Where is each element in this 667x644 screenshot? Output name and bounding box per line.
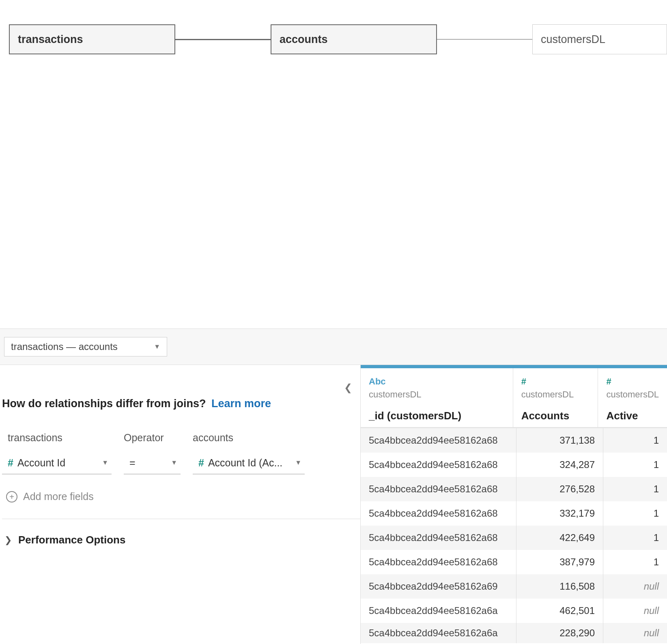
- cell-accounts: 371,138: [516, 428, 603, 453]
- data-model-canvas: transactions accounts customersDL: [0, 0, 667, 328]
- number-type-icon: #: [8, 457, 13, 469]
- learn-more-link[interactable]: Learn more: [211, 397, 271, 410]
- relationships-help-text: How do relationships differ from joins? …: [2, 397, 360, 410]
- table-row[interactable]: 5ca4bbcea2dd94ee58162a6a228,290null: [361, 623, 667, 643]
- add-more-fields-label: Add more fields: [23, 491, 94, 502]
- mapping-header-right: accounts: [193, 432, 310, 444]
- column-name: _id (customersDL): [369, 410, 505, 422]
- text-type-icon: Abc: [369, 376, 505, 387]
- table-pill-customersdl[interactable]: customersDL: [532, 24, 667, 54]
- cell-active: null: [603, 574, 667, 599]
- number-type-icon: #: [606, 376, 659, 387]
- column-source: customersDL: [521, 389, 590, 400]
- table-row[interactable]: 5ca4bbcea2dd94ee58162a6a462,501null: [361, 599, 667, 623]
- operator-dropdown[interactable]: = ▼: [124, 452, 181, 474]
- number-type-icon: #: [198, 457, 204, 469]
- data-preview-panel: Abc customersDL _id (customersDL) # cust…: [360, 365, 667, 644]
- relationship-bar: transactions — accounts ▼: [0, 328, 667, 365]
- column-header-active[interactable]: # customersDL Active: [598, 368, 667, 428]
- table-row[interactable]: 5ca4bbcea2dd94ee58162a68371,1381: [361, 428, 667, 453]
- performance-options-toggle[interactable]: ❯ Performance Options: [2, 534, 360, 546]
- column-name: Active: [606, 410, 659, 422]
- cell-active: 1: [603, 501, 667, 526]
- cell-accounts: 324,287: [516, 453, 603, 477]
- cell-id: 5ca4bbcea2dd94ee58162a6a: [361, 599, 516, 623]
- preview-rows: 5ca4bbcea2dd94ee58162a68371,13815ca4bbce…: [361, 428, 667, 643]
- relationship-selector-dropdown[interactable]: transactions — accounts ▼: [4, 337, 167, 356]
- cell-id: 5ca4bbcea2dd94ee58162a68: [361, 526, 516, 550]
- plus-circle-icon: +: [6, 491, 17, 502]
- cell-accounts: 116,508: [516, 574, 603, 599]
- help-question: How do relationships differ from joins?: [2, 397, 206, 410]
- cell-active: 1: [603, 477, 667, 501]
- add-more-fields-button[interactable]: + Add more fields: [2, 491, 360, 502]
- column-header-id[interactable]: Abc customersDL _id (customersDL): [361, 368, 513, 428]
- chevron-down-icon: ▼: [295, 459, 301, 466]
- mapping-header-left: transactions: [2, 432, 124, 444]
- null-value: null: [644, 605, 659, 616]
- cell-accounts: 422,649: [516, 526, 603, 550]
- cell-id: 5ca4bbcea2dd94ee58162a68: [361, 501, 516, 526]
- number-type-icon: #: [521, 376, 590, 387]
- table-row[interactable]: 5ca4bbcea2dd94ee58162a68422,6491: [361, 526, 667, 550]
- column-source: customersDL: [369, 389, 505, 400]
- cell-active: null: [603, 599, 667, 623]
- table-pill-accounts[interactable]: accounts: [271, 24, 437, 54]
- performance-options-label: Performance Options: [18, 534, 125, 546]
- cell-id: 5ca4bbcea2dd94ee58162a68: [361, 428, 516, 453]
- cell-active: 1: [603, 453, 667, 477]
- collapse-panel-toggle[interactable]: ❮: [344, 382, 352, 393]
- mapping-header-operator: Operator: [124, 432, 193, 444]
- table-row[interactable]: 5ca4bbcea2dd94ee58162a69116,508null: [361, 574, 667, 599]
- cell-active: 1: [603, 428, 667, 453]
- cell-accounts: 332,179: [516, 501, 603, 526]
- table-row[interactable]: 5ca4bbcea2dd94ee58162a68387,9791: [361, 550, 667, 574]
- cell-id: 5ca4bbcea2dd94ee58162a68: [361, 453, 516, 477]
- left-field-label: Account Id: [17, 457, 98, 469]
- cell-id: 5ca4bbcea2dd94ee58162a68: [361, 550, 516, 574]
- chevron-down-icon: ▼: [171, 459, 177, 466]
- right-field-dropdown[interactable]: # Account Id (Ac... ▼: [193, 452, 305, 474]
- connector-accounts-customersdl[interactable]: [437, 39, 532, 40]
- preview-header-row: Abc customersDL _id (customersDL) # cust…: [361, 368, 667, 428]
- cell-active: null: [603, 623, 667, 643]
- chevron-right-icon: ❯: [4, 535, 12, 545]
- cell-active: 1: [603, 550, 667, 574]
- null-value: null: [644, 627, 659, 639]
- operator-label: =: [129, 457, 167, 469]
- cell-accounts: 276,528: [516, 477, 603, 501]
- divider: [2, 519, 360, 519]
- table-row[interactable]: 5ca4bbcea2dd94ee58162a68324,2871: [361, 453, 667, 477]
- left-field-dropdown[interactable]: # Account Id ▼: [2, 452, 112, 474]
- relationship-selector-label: transactions — accounts: [11, 341, 118, 352]
- cell-accounts: 228,290: [516, 623, 603, 643]
- chevron-down-icon: ▼: [154, 343, 160, 350]
- chevron-down-icon: ▼: [102, 459, 108, 466]
- table-pill-transactions[interactable]: transactions: [9, 24, 175, 54]
- cell-accounts: 462,501: [516, 599, 603, 623]
- relationship-config-panel: ❮ How do relationships differ from joins…: [0, 365, 360, 644]
- cell-accounts: 387,979: [516, 550, 603, 574]
- cell-active: 1: [603, 526, 667, 550]
- null-value: null: [644, 581, 659, 592]
- cell-id: 5ca4bbcea2dd94ee58162a69: [361, 574, 516, 599]
- preview-highlight-bar: [361, 365, 667, 368]
- right-field-label: Account Id (Ac...: [208, 457, 291, 469]
- table-row[interactable]: 5ca4bbcea2dd94ee58162a68332,1791: [361, 501, 667, 526]
- table-row[interactable]: 5ca4bbcea2dd94ee58162a68276,5281: [361, 477, 667, 501]
- column-source: customersDL: [606, 389, 659, 400]
- cell-id: 5ca4bbcea2dd94ee58162a6a: [361, 623, 516, 643]
- column-header-accounts[interactable]: # customersDL Accounts: [513, 368, 598, 428]
- cell-id: 5ca4bbcea2dd94ee58162a68: [361, 477, 516, 501]
- column-name: Accounts: [521, 410, 590, 422]
- connector-transactions-accounts[interactable]: [175, 39, 271, 40]
